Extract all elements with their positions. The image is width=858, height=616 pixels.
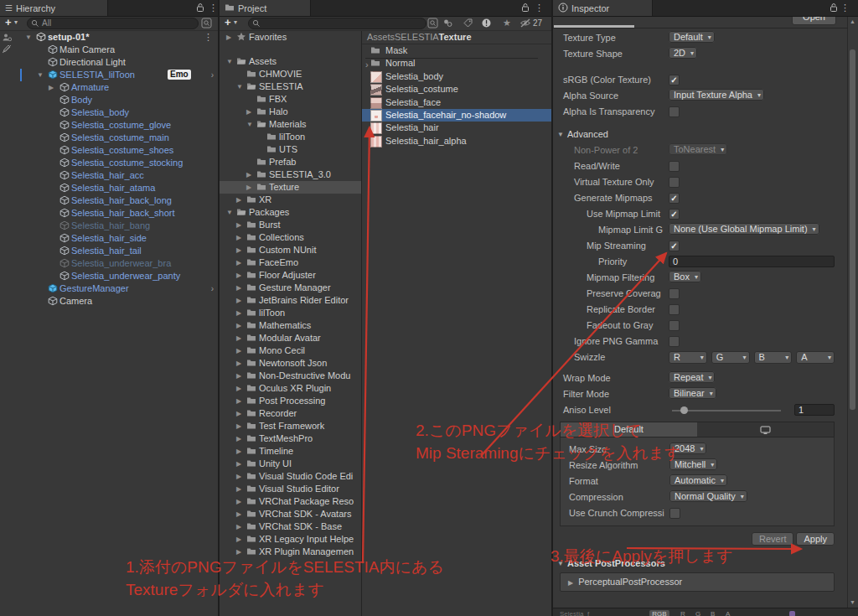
foldout-arrow-icon[interactable]: ▶	[236, 407, 241, 420]
checkbox[interactable]	[669, 177, 680, 188]
hierarchy-lock-icon[interactable]	[196, 3, 204, 14]
foldout-arrow-icon[interactable]: ▶	[236, 382, 241, 395]
filter-by-label-icon[interactable]	[463, 18, 474, 28]
scroll-down-icon[interactable]: ▼	[850, 599, 855, 605]
hierarchy-row[interactable]: ▼setup-01*⋮	[0, 31, 218, 44]
hidden-packages-eye-icon[interactable]	[519, 18, 531, 28]
foldout-arrow-icon[interactable]: ▶	[236, 307, 241, 319]
postprocessor-item[interactable]: ▶PerceptualPostProcessor	[560, 572, 835, 592]
hierarchy-add-caret-icon[interactable]: ▾	[14, 16, 18, 29]
project-tree-row[interactable]: ▼Materials	[220, 118, 361, 131]
asset-row[interactable]: Selestia_costume	[362, 83, 551, 96]
console-alert-icon[interactable]	[481, 18, 493, 28]
project-tree-row[interactable]: ▶Oculus XR Plugin	[220, 382, 361, 395]
dropdown[interactable]: Normal Quality▾	[669, 490, 747, 502]
foldout-arrow-icon[interactable]: ▶	[236, 344, 241, 357]
project-tree-row[interactable]: lilToon	[220, 131, 361, 143]
scroll-up-icon[interactable]: ▲	[850, 18, 855, 24]
hierarchy-search-input[interactable]: All	[27, 18, 199, 29]
project-tree-row[interactable]: ▶Halo	[220, 106, 361, 118]
foldout-arrow-icon[interactable]: ▶	[236, 357, 241, 370]
hierarchy-row[interactable]: Selestia_hair_acc	[0, 169, 218, 182]
project-tree-row[interactable]: ▶Test Framework	[220, 420, 361, 432]
tab-project[interactable]: Project	[220, 0, 311, 16]
project-tree-row[interactable]: ▶Non-Destructive Modu	[220, 370, 361, 382]
checkbox[interactable]	[669, 304, 680, 315]
project-tree-row[interactable]: ▶Mathematics	[220, 319, 361, 332]
foldout-arrow-icon[interactable]: ▶	[236, 395, 241, 407]
project-tree-row[interactable]: ▶Recorder	[220, 407, 361, 420]
foldout-arrow-icon[interactable]: ▶	[236, 458, 241, 470]
project-tree-row[interactable]: ▶Favorites	[220, 31, 361, 44]
project-tree-row[interactable]: ▶FaceEmo	[220, 256, 361, 269]
asset-row[interactable]: Selestia_face	[362, 96, 551, 109]
foldout-arrow-icon[interactable]: ▼	[226, 55, 233, 68]
foldout-arrow-icon[interactable]: ▶	[236, 256, 241, 269]
favorites-star-icon[interactable]: ★	[503, 18, 514, 28]
dropdown[interactable]: Default▾	[669, 31, 715, 43]
project-tree-row[interactable]: ▶Gesture Manager	[220, 282, 361, 294]
swizzle-dropdown[interactable]: A▾	[796, 351, 835, 364]
project-tree-row[interactable]: FBX	[220, 93, 361, 106]
dropdown[interactable]: None (Use Global Mipmap Limit)▾	[669, 223, 819, 235]
project-tree-row[interactable]: ▶Collections	[220, 231, 361, 244]
foldout-arrow-icon[interactable]: ▶	[236, 520, 241, 533]
swizzle-dropdown[interactable]: B▾	[754, 351, 793, 364]
breadcrumb-texture[interactable]: Texture	[439, 32, 472, 42]
project-tree-row[interactable]: ▶Floor Adjuster	[220, 269, 361, 282]
foldout-arrow-icon[interactable]: ▼	[226, 206, 233, 219]
foldout-arrow-icon[interactable]: ▶	[236, 445, 241, 458]
foldout-arrow-icon[interactable]: ▶	[236, 231, 241, 244]
foldout-arrow-icon[interactable]: ▶	[246, 106, 251, 118]
checkbox[interactable]	[669, 320, 680, 331]
project-tree-row[interactable]: ▶Visual Studio Editor	[220, 483, 361, 495]
project-tree-row[interactable]: ▶Visual Studio Code Edi	[220, 470, 361, 483]
project-tree-row[interactable]: ▼Assets	[220, 55, 361, 68]
project-kebab-icon[interactable]: ⋮	[535, 3, 544, 13]
checkbox[interactable]	[669, 336, 680, 347]
hierarchy-row[interactable]: Selestia_costume_main	[0, 132, 218, 144]
project-tree-row[interactable]: CHMOVIE	[220, 68, 361, 80]
prefab-open-chevron-icon[interactable]: ›	[211, 282, 214, 295]
project-add-caret-icon[interactable]: ▾	[234, 16, 237, 29]
revert-button[interactable]: Revert	[752, 532, 793, 546]
checkbox[interactable]	[669, 508, 680, 519]
project-tree-row[interactable]: ▶VRChat SDK - Base	[220, 520, 361, 533]
slider-value-field[interactable]: 1	[794, 404, 835, 416]
prefab-open-chevron-icon[interactable]: ›	[211, 69, 214, 81]
swizzle-dropdown[interactable]: R▾	[669, 351, 707, 364]
project-tree-row[interactable]: ▶VRChat Package Reso	[220, 495, 361, 508]
foldout-arrow-icon[interactable]: ▼	[37, 69, 44, 81]
project-tree-row[interactable]: ▶XR	[220, 194, 361, 206]
checkbox[interactable]	[669, 161, 680, 172]
asset-row[interactable]: Normal	[362, 57, 551, 70]
dropdown[interactable]: ToNearest▾	[669, 143, 727, 155]
hierarchy-row[interactable]: Directional Light	[0, 56, 218, 69]
hierarchy-row[interactable]: Selestia_hair_tail	[0, 245, 218, 257]
project-tree-row[interactable]: ▶XR Legacy Input Helpe	[220, 533, 361, 546]
foldout-arrow-icon[interactable]: ▶	[236, 432, 241, 445]
search-in-scene-icon[interactable]	[201, 18, 213, 28]
slider-track[interactable]	[672, 410, 781, 412]
project-tree-row[interactable]: ▶Custom NUnit	[220, 244, 361, 256]
hierarchy-row[interactable]: Main Camera	[0, 44, 218, 56]
tab-hierarchy[interactable]: ☰ Hierarchy	[0, 0, 108, 16]
foldout-arrow-icon[interactable]: ▶	[236, 269, 241, 282]
foldout-arrow-icon[interactable]: ▶	[236, 483, 241, 495]
foldout-arrow-icon[interactable]: ▼	[25, 31, 32, 44]
project-tree-row[interactable]: ▶Unity UI	[220, 458, 361, 470]
search-in-folder-icon[interactable]	[427, 18, 439, 28]
foldout-arrow-icon[interactable]: ▶	[236, 319, 241, 332]
foldout-arrow-icon[interactable]: ▶	[49, 81, 54, 94]
hierarchy-row[interactable]: Selestia_body	[0, 106, 218, 119]
project-tree-row[interactable]: ▶JetBrains Rider Editor	[220, 294, 361, 307]
checkbox[interactable]: ✓	[669, 75, 680, 85]
filter-by-type-icon[interactable]	[442, 18, 454, 28]
breadcrumb-assets[interactable]: Assets	[367, 32, 395, 42]
foldout-arrow-icon[interactable]: ▼	[557, 127, 564, 142]
foldout-arrow-icon[interactable]: ▶	[236, 194, 241, 206]
hierarchy-row[interactable]: Body	[0, 94, 218, 106]
project-tree-row[interactable]: ▶lilToon	[220, 307, 361, 319]
scrollbar-thumb[interactable]	[850, 49, 855, 410]
hierarchy-row[interactable]: Selestia_costume_glove	[0, 119, 218, 132]
